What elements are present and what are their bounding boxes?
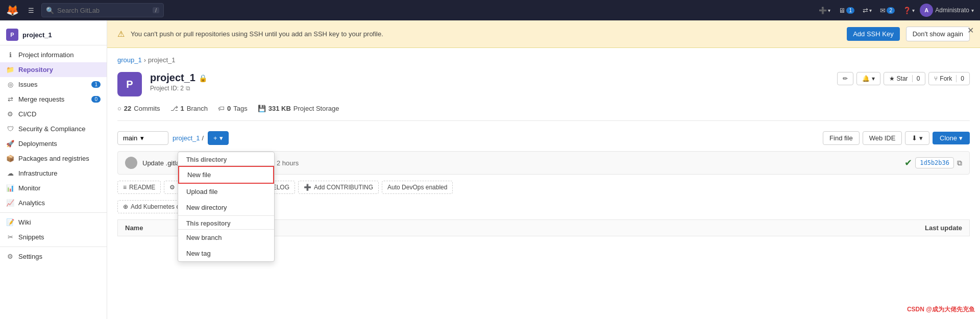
breadcrumb-group-link[interactable]: group_1	[117, 56, 142, 64]
fork-count: 0	[956, 75, 964, 82]
commits-count: 22	[124, 105, 131, 112]
sidebar-item-monitor[interactable]: 📊 Monitor	[0, 181, 107, 195]
sidebar-item-label: Project information	[18, 51, 74, 59]
mail-count-badge: 2	[887, 7, 895, 14]
sidebar-project-header: P project_1	[0, 24, 107, 45]
sidebar-item-merge-requests[interactable]: ⇄ Merge requests 0	[0, 92, 107, 107]
tags-stat[interactable]: 🏷 0 Tags	[218, 105, 248, 112]
folder-icon: 📁	[6, 66, 14, 73]
new-branch-item[interactable]: New branch	[178, 230, 274, 246]
mail-button[interactable]: ✉ 2	[877, 5, 898, 16]
tag-icon: 🏷	[218, 105, 225, 112]
sidebar: P project_1 ℹ Project information 📁 Repo…	[0, 20, 107, 319]
hamburger-menu-button[interactable]: ☰	[25, 5, 37, 16]
shield-icon: 🛡	[6, 125, 14, 133]
storage-icon: 💾	[258, 105, 266, 112]
copy-project-id-icon[interactable]: ⧉	[186, 85, 190, 92]
sidebar-item-project-information[interactable]: ℹ Project information	[0, 47, 107, 62]
readme-button[interactable]: ≡ README	[117, 181, 161, 194]
branch-name: main	[123, 134, 137, 142]
sidebar-item-label: CI/CD	[18, 110, 36, 118]
ssh-banner: ⚠ You can't push or pull repositories us…	[107, 20, 980, 48]
issues-button[interactable]: 🖥 1	[836, 5, 857, 16]
autodevops-button[interactable]: Auto DevOps enabled	[382, 181, 453, 194]
info-icon: ℹ	[6, 51, 14, 59]
sidebar-item-label: Issues	[18, 81, 38, 88]
branch-selector[interactable]: main ▾	[117, 131, 168, 145]
warning-icon: ⚠	[117, 29, 125, 39]
sidebar-item-issues[interactable]: ◎ Issues 1	[0, 77, 107, 92]
search-bar[interactable]: 🔍 /	[41, 3, 164, 17]
merge-requests-button[interactable]: ⇄ ▾	[860, 5, 875, 16]
project-id: Project ID: 2 ⧉	[150, 85, 829, 92]
star-button[interactable]: ★ Star 0	[884, 72, 926, 85]
sidebar-item-label: Analytics	[18, 199, 45, 207]
close-banner-button[interactable]: ✕	[967, 26, 974, 35]
repo-path-link[interactable]: project_1	[173, 134, 200, 142]
this-directory-header: This directory	[178, 152, 274, 166]
lock-icon: 🔒	[199, 74, 207, 82]
avatar[interactable]: A	[920, 4, 933, 17]
topnav-right: ➕ ▾ 🖥 1 ⇄ ▾ ✉ 2 ❓ ▾ A Administrato ▾	[816, 4, 974, 17]
storage-size: 331 KB	[268, 105, 291, 112]
commits-icon: ○	[117, 105, 121, 112]
readme-icon: ≡	[123, 184, 127, 191]
upload-file-item[interactable]: Upload file	[178, 184, 274, 200]
issues-icon: ◎	[6, 81, 14, 88]
commits-label: Commits	[134, 105, 160, 112]
plus-dropdown-menu: This directory New file Upload file New …	[178, 152, 275, 262]
project-avatar: P	[117, 72, 142, 96]
download-button[interactable]: ⬇ ▾	[905, 131, 929, 145]
dont-show-again-button[interactable]: Don't show again	[906, 27, 970, 41]
cicd-icon: ⚙	[6, 110, 14, 118]
commits-stat[interactable]: ○ 22 Commits	[117, 105, 160, 112]
sidebar-item-analytics[interactable]: 📈 Analytics	[0, 195, 107, 210]
sidebar-item-settings[interactable]: ⚙ Settings	[0, 249, 107, 264]
branches-stat[interactable]: ⎇ 1 Branch	[170, 105, 208, 112]
find-file-button[interactable]: Find file	[823, 131, 860, 145]
copy-hash-button[interactable]: ⧉	[957, 159, 962, 167]
sidebar-item-repository[interactable]: 📁 Repository	[0, 62, 107, 77]
branch-icon: ⎇	[170, 105, 178, 112]
this-repository-header: This repository	[178, 216, 274, 230]
fork-button[interactable]: ⑂ Fork 0	[928, 72, 970, 85]
plus-icon: +	[213, 134, 217, 142]
tag-label: Tags	[233, 105, 247, 112]
help-button[interactable]: ❓ ▾	[900, 5, 918, 16]
merge-icon: ⇄	[6, 95, 14, 103]
create-new-button[interactable]: ➕ ▾	[816, 5, 834, 16]
add-ssh-key-button[interactable]: Add SSH Key	[847, 27, 900, 41]
issues-sidebar-badge: 1	[91, 81, 101, 88]
bell-chevron: ▾	[872, 75, 875, 82]
sidebar-item-cicd[interactable]: ⚙ CI/CD	[0, 107, 107, 121]
repo-path-breadcrumb: project_1 /	[173, 134, 204, 142]
sidebar-item-label: Security & Compliance	[18, 125, 86, 133]
search-input[interactable]	[57, 7, 150, 14]
sidebar-item-snippets[interactable]: ✂ Snippets	[0, 230, 107, 244]
notifications-button[interactable]: 🔔 ▾	[856, 72, 880, 85]
sidebar-item-wiki[interactable]: 📝 Wiki	[0, 215, 107, 230]
star-label: Star	[897, 75, 908, 82]
new-directory-item[interactable]: New directory	[178, 200, 274, 215]
sidebar-item-security-compliance[interactable]: 🛡 Security & Compliance	[0, 121, 107, 136]
add-contributing-button[interactable]: ➕ Add CONTRIBUTING	[298, 181, 379, 194]
sidebar-item-deployments[interactable]: 🚀 Deployments	[0, 136, 107, 151]
new-tag-item[interactable]: New tag	[178, 246, 274, 261]
pencil-button[interactable]: ✏	[837, 72, 853, 85]
clone-button[interactable]: Clone ▾	[933, 132, 970, 144]
commit-hash[interactable]: 1d5b2b36	[915, 157, 954, 168]
plus-dropdown-button[interactable]: + ▾	[208, 131, 229, 145]
project-name: project_1 🔒	[150, 72, 829, 84]
web-ide-button[interactable]: Web IDE	[863, 131, 902, 145]
sidebar-item-infrastructure[interactable]: ☁ Infrastructure	[0, 166, 107, 181]
storage-label: Project Storage	[293, 105, 339, 112]
sidebar-item-label: Deployments	[18, 140, 57, 148]
sidebar-item-packages-registries[interactable]: 📦 Packages and registries	[0, 151, 107, 166]
cicd-config-icon: ⚙	[169, 184, 175, 191]
storage-stat: 💾 331 KB Project Storage	[258, 105, 339, 112]
new-file-item[interactable]: New file	[178, 166, 274, 184]
issues-count-badge: 1	[846, 7, 854, 14]
readme-label: README	[129, 184, 155, 191]
sidebar-project-name: project_1	[22, 31, 52, 39]
pencil-icon: ✏	[843, 75, 848, 82]
